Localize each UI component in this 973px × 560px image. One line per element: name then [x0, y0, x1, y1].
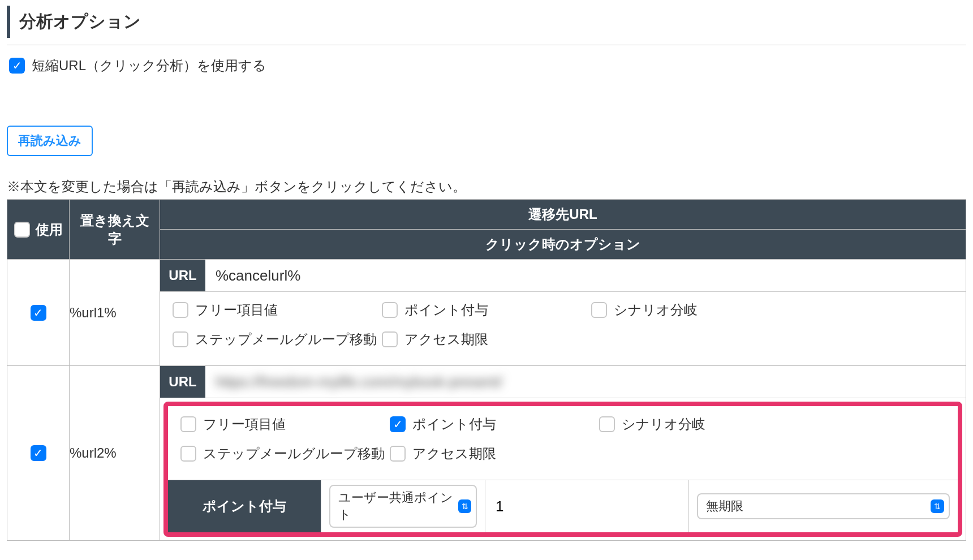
row-use-checkbox[interactable]: ✓ [31, 305, 46, 321]
point-type-select[interactable]: ユーザー共通ポイント ⇅ [329, 485, 477, 528]
checkbox-free-item[interactable] [173, 302, 188, 318]
option-label: フリー項目値 [195, 301, 278, 319]
url-input[interactable] [205, 260, 966, 291]
point-grant-detail-row: ポイント付与 ユーザー共通ポイント ⇅ 無期限 [168, 480, 958, 532]
point-expiry-select[interactable]: 無期限 ⇅ [697, 493, 950, 519]
use-short-url-checkbox[interactable]: ✓ [9, 58, 25, 74]
header-use-label: 使用 [36, 221, 63, 239]
point-grant-label: ポイント付与 [168, 480, 321, 532]
url-label: URL [160, 366, 205, 398]
click-options-row: フリー項目値 ✓ ポイント付与 シナリオ分岐 ステップメールグループ移動 [168, 406, 958, 480]
url-label: URL [160, 260, 205, 291]
checkbox-point-grant[interactable]: ✓ [390, 416, 406, 432]
option-label: ステップメールグループ移動 [195, 330, 377, 348]
reload-note: ※本文を変更した場合は「再読み込み」ボタンをクリックしてください。 [7, 178, 966, 196]
checkbox-access-limit[interactable] [382, 331, 398, 347]
option-label: アクセス期限 [404, 330, 488, 348]
header-use: 使用 [7, 200, 70, 260]
point-expiry-value: 無期限 [706, 498, 743, 515]
reload-button[interactable]: 再読み込み [7, 126, 93, 156]
option-label: シナリオ分岐 [622, 415, 705, 433]
option-label: シナリオ分岐 [614, 301, 698, 319]
select-arrows-icon: ⇅ [931, 499, 944, 513]
select-all-checkbox[interactable] [14, 222, 30, 238]
divider [7, 45, 966, 45]
option-label: ステップメールグループ移動 [203, 445, 385, 463]
checkbox-step-mail-move[interactable] [173, 331, 188, 347]
option-free-item[interactable]: フリー項目値 [173, 301, 382, 319]
select-arrows-icon: ⇅ [458, 499, 471, 513]
checkbox-access-limit[interactable] [390, 446, 406, 462]
checkbox-free-item[interactable] [180, 416, 196, 432]
url-row: URL [160, 260, 966, 292]
option-point-grant[interactable]: ✓ ポイント付与 [390, 415, 599, 433]
highlighted-options: フリー項目値 ✓ ポイント付与 シナリオ分岐 ステップメールグループ移動 [163, 402, 962, 537]
click-options-row: フリー項目値 ポイント付与 シナリオ分岐 ステップメールグループ移動 [160, 292, 966, 365]
option-scenario-branch[interactable]: シナリオ分岐 [591, 301, 800, 319]
table-row: ✓ %url2% URL https://freedom-mylife.com/… [7, 366, 966, 541]
option-free-item[interactable]: フリー項目値 [180, 415, 390, 433]
checkbox-scenario-branch[interactable] [591, 302, 607, 318]
use-short-url-row: ✓ 短縮URL（クリック分析）を使用する [7, 57, 966, 75]
option-point-grant[interactable]: ポイント付与 [382, 301, 591, 319]
url-table: 使用 置き換え文字 遷移先URL クリック時のオプション ✓ %url1% UR… [7, 199, 966, 541]
option-label: フリー項目値 [203, 415, 286, 433]
option-access-limit[interactable]: アクセス期限 [390, 445, 599, 463]
option-step-mail-move[interactable]: ステップメールグループ移動 [180, 445, 390, 463]
row-replace-text: %url1% [70, 260, 160, 366]
row-replace-text: %url2% [70, 366, 160, 541]
url-row: URL https://freedom-mylife.com/mybook-pr… [160, 366, 966, 398]
option-label: ポイント付与 [412, 415, 496, 433]
point-value-input[interactable] [493, 494, 681, 519]
option-label: アクセス期限 [412, 445, 496, 463]
table-row: ✓ %url1% URL フリー項目値 ポイント付与 [7, 260, 966, 366]
option-label: ポイント付与 [404, 301, 488, 319]
option-scenario-branch[interactable]: シナリオ分岐 [599, 415, 808, 433]
checkbox-step-mail-move[interactable] [180, 446, 196, 462]
option-access-limit[interactable]: アクセス期限 [382, 330, 591, 348]
header-dest-url: 遷移先URL [160, 200, 966, 230]
use-short-url-label: 短縮URL（クリック分析）を使用する [32, 57, 266, 75]
checkbox-point-grant[interactable] [382, 302, 398, 318]
point-type-value: ユーザー共通ポイント [338, 489, 458, 523]
option-step-mail-move[interactable]: ステップメールグループ移動 [173, 330, 382, 348]
section-title: 分析オプション [7, 6, 966, 38]
checkbox-scenario-branch[interactable] [599, 416, 615, 432]
row-use-checkbox[interactable]: ✓ [31, 445, 46, 461]
header-replace: 置き換え文字 [70, 200, 160, 260]
header-click-options: クリック時のオプション [160, 230, 966, 260]
url-input-blurred[interactable]: https://freedom-mylife.com/mybook-presen… [205, 366, 966, 398]
